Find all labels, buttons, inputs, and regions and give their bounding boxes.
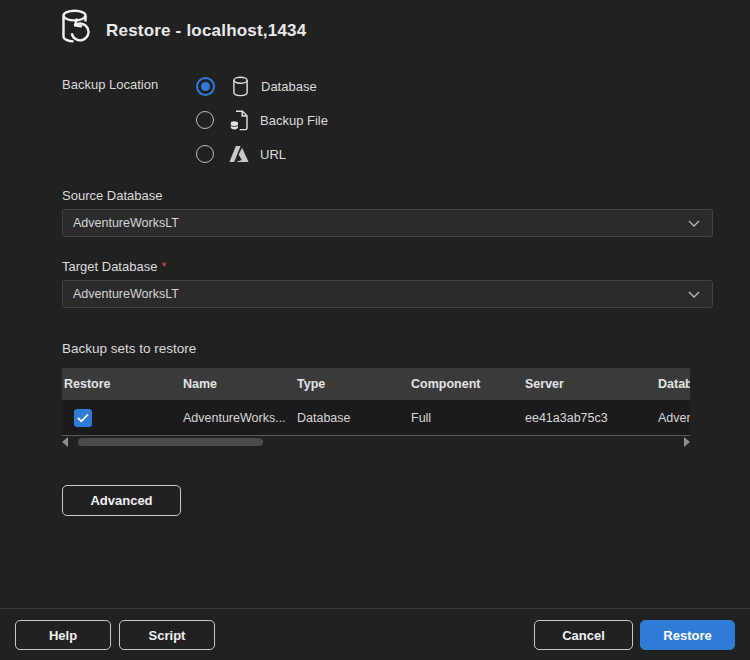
column-header-type: Type xyxy=(295,377,409,391)
component-cell: Full xyxy=(409,411,523,425)
chevron-down-icon xyxy=(688,291,700,298)
table-row[interactable]: AdventureWorks... Database Full ee41a3ab… xyxy=(62,401,690,436)
database-cell: Adventu xyxy=(656,411,690,425)
restore-checkbox[interactable] xyxy=(74,409,92,427)
column-header-database: Database xyxy=(656,377,690,391)
restore-database-icon xyxy=(57,7,95,49)
column-header-restore: Restore xyxy=(62,377,181,391)
target-database-value: AdventureWorksLT xyxy=(73,287,179,301)
radio-label-database: Database xyxy=(261,79,317,94)
backup-sets-label: Backup sets to restore xyxy=(62,341,196,356)
radio-button-database[interactable] xyxy=(196,77,215,96)
restore-button[interactable]: Restore xyxy=(640,620,735,650)
page-title: Restore - localhost,1434 xyxy=(106,21,306,41)
server-cell: ee41a3ab75c3 xyxy=(523,411,656,425)
help-button[interactable]: Help xyxy=(15,620,111,650)
backup-location-label: Backup Location xyxy=(62,77,158,92)
type-cell: Database xyxy=(295,411,409,425)
check-icon xyxy=(77,413,89,423)
table-header-row: Restore Name Type Component Server Datab… xyxy=(62,368,690,401)
radio-button-url[interactable] xyxy=(196,145,214,163)
database-icon xyxy=(229,76,251,97)
source-database-dropdown[interactable]: AdventureWorksLT xyxy=(62,209,713,237)
horizontal-scrollbar[interactable] xyxy=(62,437,690,447)
restore-cell xyxy=(62,409,181,427)
name-cell: AdventureWorks... xyxy=(181,411,295,425)
target-database-label: Target Database* xyxy=(62,259,166,274)
radio-button-backup-file[interactable] xyxy=(196,111,214,129)
column-header-name: Name xyxy=(181,377,295,391)
column-header-component: Component xyxy=(409,377,523,391)
radio-label-url: URL xyxy=(260,147,286,162)
scrollbar-track[interactable] xyxy=(70,437,682,447)
required-asterisk: * xyxy=(161,259,166,274)
advanced-button[interactable]: Advanced xyxy=(62,485,181,516)
footer-divider xyxy=(0,608,750,609)
chevron-down-icon xyxy=(688,220,700,227)
target-database-dropdown[interactable]: AdventureWorksLT xyxy=(62,280,713,308)
source-database-value: AdventureWorksLT xyxy=(73,216,179,230)
scroll-right-icon[interactable] xyxy=(684,437,690,447)
column-header-server: Server xyxy=(523,377,656,391)
radio-option-database[interactable]: Database xyxy=(196,69,328,103)
restore-dialog: Restore - localhost,1434 Backup Location… xyxy=(0,0,750,660)
radio-option-backup-file[interactable]: Backup File xyxy=(196,103,328,137)
radio-option-url[interactable]: URL xyxy=(196,137,328,171)
scrollbar-thumb[interactable] xyxy=(78,438,263,446)
backup-file-icon xyxy=(228,110,250,131)
cancel-button[interactable]: Cancel xyxy=(534,620,633,650)
script-button[interactable]: Script xyxy=(119,620,215,650)
radio-label-backup-file: Backup File xyxy=(260,113,328,128)
backup-location-radio-group: Database Backup File xyxy=(196,69,328,171)
azure-url-icon xyxy=(228,146,250,162)
backup-sets-table: Restore Name Type Component Server Datab… xyxy=(62,368,690,436)
scroll-left-icon[interactable] xyxy=(62,437,68,447)
source-database-label: Source Database xyxy=(62,188,162,203)
